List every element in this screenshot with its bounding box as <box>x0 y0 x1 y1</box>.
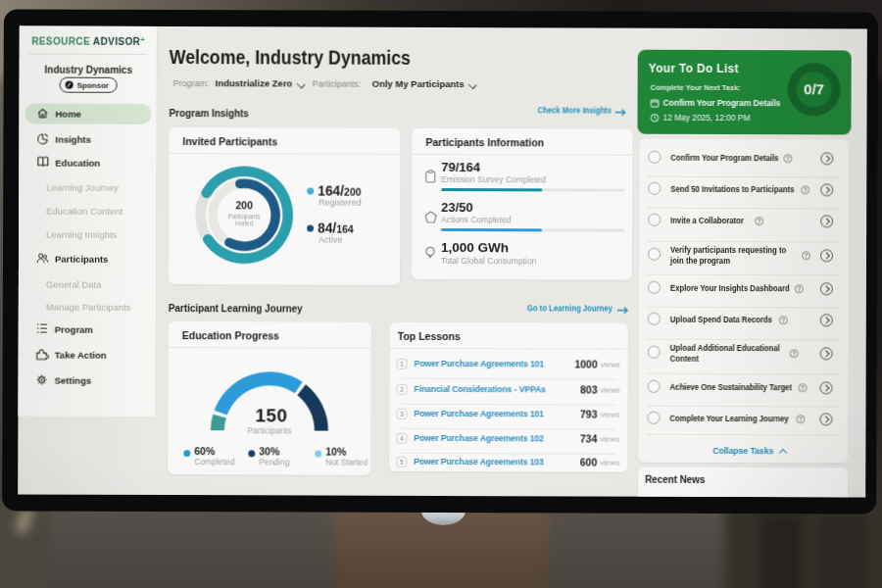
svg-text:200: 200 <box>235 199 253 211</box>
svg-text:Participants: Participants <box>247 425 291 435</box>
svg-text:Invited: Invited <box>235 220 254 226</box>
svg-text:150: 150 <box>255 405 287 425</box>
